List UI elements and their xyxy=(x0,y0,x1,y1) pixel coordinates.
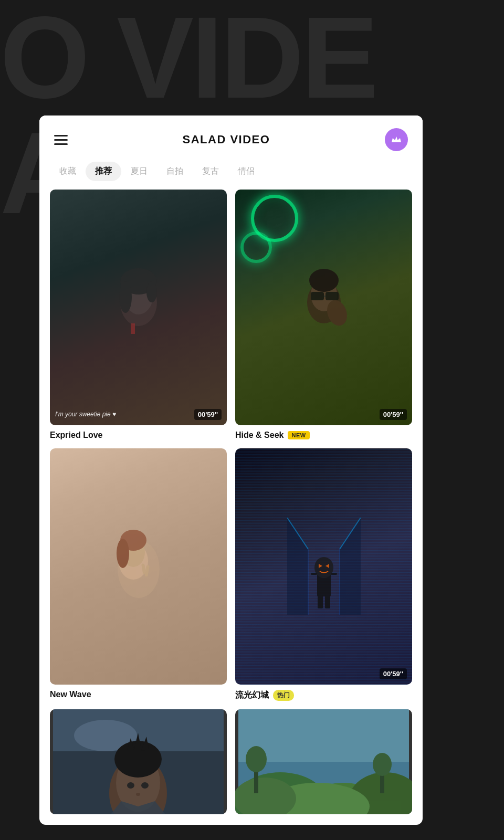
svg-rect-31 xyxy=(331,573,337,575)
app-card: SALAD VIDEO 收藏 推荐 夏日 自拍 复古 情侣 xyxy=(39,116,423,825)
tab-recommended[interactable]: 推荐 xyxy=(86,162,121,181)
video-title-row-4: 流光幻城 热门 xyxy=(235,690,412,701)
svg-point-27 xyxy=(314,557,333,578)
video-grid-row1: I'm your sweetie pie ♥ 00'59'' Expried L… xyxy=(39,190,423,440)
svg-rect-5 xyxy=(131,323,135,334)
video-thumb-2[interactable]: 00'59'' xyxy=(235,190,412,425)
svg-point-4 xyxy=(146,281,157,302)
video-thumb-1[interactable]: I'm your sweetie pie ♥ 00'59'' xyxy=(50,190,227,425)
video-title-1: Expried Love xyxy=(50,430,102,440)
crown-avatar-button[interactable] xyxy=(385,128,408,151)
video-thumb-partial-6[interactable] xyxy=(235,709,412,814)
duration-badge-1: 00'59'' xyxy=(194,409,222,420)
svg-point-3 xyxy=(119,281,132,313)
bg-text-line1: O VIDE xyxy=(0,0,504,116)
video-item-2[interactable]: 00'59'' Hide & Seek NEW xyxy=(235,190,412,440)
header: SALAD VIDEO xyxy=(39,116,423,160)
duration-badge-2: 00'59'' xyxy=(380,409,407,420)
svg-marker-20 xyxy=(287,518,308,615)
svg-point-17 xyxy=(117,539,129,568)
svg-rect-9 xyxy=(311,292,324,300)
svg-point-45 xyxy=(136,793,140,796)
svg-rect-30 xyxy=(311,573,317,575)
svg-rect-32 xyxy=(318,595,323,608)
video-title-row-3: New Wave xyxy=(50,690,227,699)
duration-badge-4: 00'59'' xyxy=(380,668,407,679)
menu-button[interactable] xyxy=(54,135,68,145)
badge-hot-4: 热门 xyxy=(273,690,294,701)
video-title-3: New Wave xyxy=(50,690,91,699)
video-grid-bottom xyxy=(39,709,423,814)
tab-favorites[interactable]: 收藏 xyxy=(50,162,86,181)
svg-point-54 xyxy=(246,746,267,772)
svg-point-8 xyxy=(309,269,339,292)
video-grid-row2: New Wave xyxy=(39,448,423,700)
video-item-1[interactable]: I'm your sweetie pie ♥ 00'59'' Expried L… xyxy=(50,190,227,440)
video-thumb-4[interactable]: 00'59'' xyxy=(235,448,412,684)
svg-rect-10 xyxy=(326,292,339,300)
video-title-row-2: Hide & Seek NEW xyxy=(235,430,412,440)
tab-summer[interactable]: 夏日 xyxy=(121,162,157,181)
video-thumb-partial-5[interactable] xyxy=(50,709,227,814)
svg-point-43 xyxy=(127,782,134,789)
tab-selfie[interactable]: 自拍 xyxy=(157,162,193,181)
video-item-4[interactable]: 00'59'' 流光幻城 热门 xyxy=(235,448,412,700)
tab-couple[interactable]: 情侣 xyxy=(228,162,264,181)
video-thumb-3[interactable] xyxy=(50,448,227,684)
svg-marker-21 xyxy=(340,518,361,615)
svg-point-44 xyxy=(141,782,149,789)
svg-rect-33 xyxy=(325,595,330,608)
svg-point-56 xyxy=(373,753,392,776)
video-title-2: Hide & Seek xyxy=(235,430,284,440)
video-item-3[interactable]: New Wave xyxy=(50,448,227,700)
video-overlay-text-1: I'm your sweetie pie ♥ xyxy=(55,411,116,418)
nav-tabs: 收藏 推荐 夏日 自拍 复古 情侣 xyxy=(39,160,423,190)
video-title-row-1: Expried Love xyxy=(50,430,227,440)
video-title-4: 流光幻城 xyxy=(235,690,269,701)
app-title: SALAD VIDEO xyxy=(183,133,270,146)
badge-new-2: NEW xyxy=(288,431,309,439)
tab-retro[interactable]: 复古 xyxy=(193,162,228,181)
